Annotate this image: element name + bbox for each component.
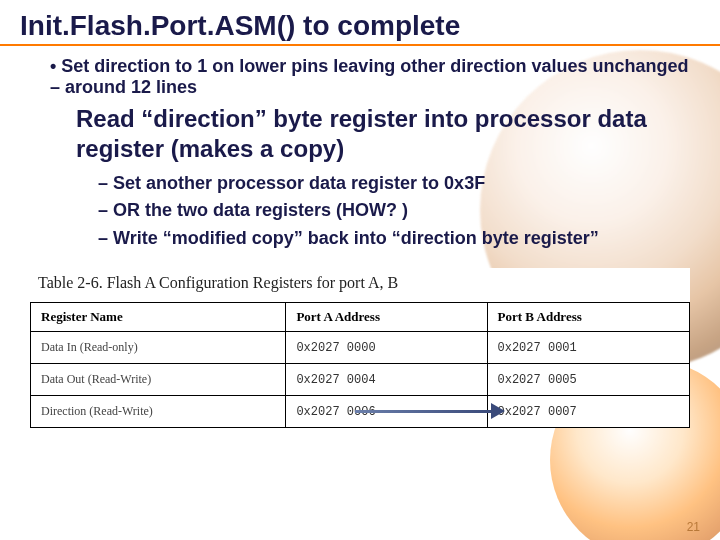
cell-register-name: Data Out (Read-Write) xyxy=(31,364,286,396)
register-table-figure: Table 2-6. Flash A Configuration Registe… xyxy=(30,268,690,428)
cell-port-a: 0x2027 0000 xyxy=(286,332,487,364)
cell-port-b: 0x2027 0001 xyxy=(487,332,689,364)
col-header-port-a: Port A Address xyxy=(286,303,487,332)
cell-port-a: 0x2027 0004 xyxy=(286,364,487,396)
arrow-annotation xyxy=(355,406,505,416)
table-caption: Table 2-6. Flash A Configuration Registe… xyxy=(30,268,690,302)
col-header-port-b: Port B Address xyxy=(487,303,689,332)
cell-port-b: 0x2027 0007 xyxy=(487,396,689,428)
arrow-head-icon xyxy=(491,403,505,419)
subheading: Read “direction” byte register into proc… xyxy=(76,104,690,164)
dash-item: OR the two data registers (HOW? ) xyxy=(98,199,690,222)
table-row: Data In (Read-only) 0x2027 0000 0x2027 0… xyxy=(31,332,690,364)
dash-item: Write “modified copy” back into “directi… xyxy=(98,227,690,250)
cell-register-name: Data In (Read-only) xyxy=(31,332,286,364)
page-number: 21 xyxy=(687,520,700,534)
bullet-level1: Set direction to 1 on lower pins leaving… xyxy=(50,56,690,98)
arrow-shaft xyxy=(355,410,493,413)
col-header-name: Register Name xyxy=(31,303,286,332)
table-header-row: Register Name Port A Address Port B Addr… xyxy=(31,303,690,332)
slide-body: Set direction to 1 on lower pins leaving… xyxy=(0,56,720,250)
cell-register-name: Direction (Read-Write) xyxy=(31,396,286,428)
cell-port-b: 0x2027 0005 xyxy=(487,364,689,396)
slide-title: Init.Flash.Port.ASM() to complete xyxy=(0,0,720,46)
table-row: Data Out (Read-Write) 0x2027 0004 0x2027… xyxy=(31,364,690,396)
dash-item: Set another processor data register to 0… xyxy=(98,172,690,195)
